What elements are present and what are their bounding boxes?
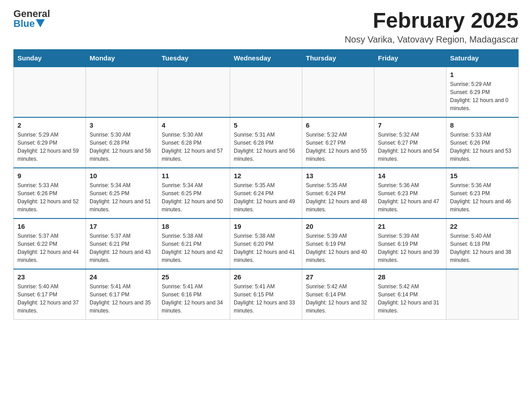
day-info-line: Sunrise: 5:41 AM bbox=[234, 283, 298, 291]
calendar-cell: 11Sunrise: 5:34 AMSunset: 6:25 PMDayligh… bbox=[158, 168, 230, 218]
day-info-line: Daylight: 12 hours and 58 minutes. bbox=[90, 147, 154, 163]
col-wednesday: Wednesday bbox=[230, 49, 302, 67]
day-info-line: Daylight: 12 hours and 57 minutes. bbox=[162, 147, 226, 163]
day-info-line: Sunrise: 5:33 AM bbox=[17, 181, 82, 189]
day-info-line: Sunrise: 5:38 AM bbox=[234, 232, 298, 240]
calendar-cell: 14Sunrise: 5:36 AMSunset: 6:23 PMDayligh… bbox=[374, 168, 446, 218]
calendar-cell bbox=[374, 67, 446, 117]
calendar-cell: 27Sunrise: 5:42 AMSunset: 6:14 PMDayligh… bbox=[302, 269, 374, 320]
logo-blue-text: Blue bbox=[13, 19, 35, 29]
day-number: 24 bbox=[90, 273, 154, 281]
day-number: 28 bbox=[378, 273, 442, 281]
day-info-line: Sunset: 6:27 PM bbox=[378, 139, 442, 147]
calendar-cell bbox=[230, 67, 302, 117]
day-info-line: Sunset: 6:26 PM bbox=[17, 189, 82, 197]
calendar-cell bbox=[446, 269, 519, 320]
col-tuesday: Tuesday bbox=[158, 49, 230, 67]
calendar-cell: 21Sunrise: 5:39 AMSunset: 6:19 PMDayligh… bbox=[374, 218, 446, 269]
day-info-line: Sunset: 6:22 PM bbox=[17, 240, 82, 248]
day-info-line: Daylight: 12 hours and 37 minutes. bbox=[17, 299, 82, 315]
logo: General Blue bbox=[13, 9, 50, 29]
header-row: Sunday Monday Tuesday Wednesday Thursday… bbox=[14, 49, 519, 67]
day-number: 18 bbox=[162, 223, 226, 230]
day-number: 5 bbox=[234, 121, 298, 129]
calendar-week-row: 16Sunrise: 5:37 AMSunset: 6:22 PMDayligh… bbox=[14, 218, 519, 269]
day-info-line: Sunrise: 5:34 AM bbox=[162, 181, 226, 189]
day-info-line: Daylight: 12 hours and 35 minutes. bbox=[90, 299, 154, 315]
day-info-line: Daylight: 12 hours and 34 minutes. bbox=[162, 299, 226, 315]
day-info-line: Sunrise: 5:29 AM bbox=[450, 80, 515, 88]
calendar-cell: 20Sunrise: 5:39 AMSunset: 6:19 PMDayligh… bbox=[302, 218, 374, 269]
col-monday: Monday bbox=[86, 49, 158, 67]
day-number: 21 bbox=[378, 223, 442, 230]
day-info-line: Daylight: 12 hours and 43 minutes. bbox=[90, 248, 154, 264]
day-info-line: Sunrise: 5:30 AM bbox=[90, 131, 154, 139]
day-number: 4 bbox=[162, 121, 226, 129]
day-info-line: Daylight: 12 hours and 51 minutes. bbox=[90, 197, 154, 214]
day-info-line: Daylight: 12 hours and 41 minutes. bbox=[234, 248, 298, 264]
calendar-cell: 7Sunrise: 5:32 AMSunset: 6:27 PMDaylight… bbox=[374, 117, 446, 168]
day-number: 6 bbox=[306, 121, 370, 129]
day-info-line: Sunrise: 5:29 AM bbox=[17, 131, 82, 139]
calendar-cell: 15Sunrise: 5:36 AMSunset: 6:23 PMDayligh… bbox=[446, 168, 519, 218]
day-number: 22 bbox=[450, 223, 515, 230]
day-number: 3 bbox=[90, 121, 154, 129]
calendar-cell: 1Sunrise: 5:29 AMSunset: 6:29 PMDaylight… bbox=[446, 67, 519, 117]
day-info-line: Sunset: 6:17 PM bbox=[17, 291, 82, 299]
day-info-line: Sunrise: 5:42 AM bbox=[378, 283, 442, 291]
day-number: 26 bbox=[234, 273, 298, 281]
day-info-line: Sunset: 6:23 PM bbox=[378, 189, 442, 197]
calendar-cell: 5Sunrise: 5:31 AMSunset: 6:28 PMDaylight… bbox=[230, 117, 302, 168]
calendar-cell: 18Sunrise: 5:38 AMSunset: 6:21 PMDayligh… bbox=[158, 218, 230, 269]
day-info-line: Daylight: 12 hours and 47 minutes. bbox=[378, 197, 442, 214]
col-sunday: Sunday bbox=[14, 49, 86, 67]
day-number: 14 bbox=[378, 172, 442, 180]
day-info-line: Sunrise: 5:36 AM bbox=[378, 181, 442, 189]
day-info-line: Sunset: 6:18 PM bbox=[450, 240, 515, 248]
day-info-line: Sunset: 6:23 PM bbox=[450, 189, 515, 197]
page-header: General Blue February 2025 Nosy Varika, … bbox=[13, 9, 519, 45]
day-info-line: Daylight: 12 hours and 52 minutes. bbox=[17, 197, 82, 214]
day-info-line: Daylight: 12 hours and 40 minutes. bbox=[306, 248, 370, 264]
day-info-line: Sunset: 6:25 PM bbox=[162, 189, 226, 197]
day-number: 7 bbox=[378, 121, 442, 129]
calendar-cell: 23Sunrise: 5:40 AMSunset: 6:17 PMDayligh… bbox=[14, 269, 86, 320]
day-info-line: Sunrise: 5:40 AM bbox=[17, 283, 82, 291]
calendar-cell: 16Sunrise: 5:37 AMSunset: 6:22 PMDayligh… bbox=[14, 218, 86, 269]
day-info-line: Daylight: 12 hours and 54 minutes. bbox=[378, 147, 442, 163]
day-info-line: Sunset: 6:14 PM bbox=[378, 291, 442, 299]
day-number: 19 bbox=[234, 223, 298, 230]
day-info-line: Daylight: 12 hours and 31 minutes. bbox=[378, 299, 442, 315]
calendar-cell: 22Sunrise: 5:40 AMSunset: 6:18 PMDayligh… bbox=[446, 218, 519, 269]
day-info-line: Daylight: 12 hours and 53 minutes. bbox=[450, 147, 515, 163]
day-info-line: Sunset: 6:25 PM bbox=[90, 189, 154, 197]
day-info-line: Sunrise: 5:33 AM bbox=[450, 131, 515, 139]
day-info-line: Sunrise: 5:30 AM bbox=[162, 131, 226, 139]
day-info-line: Daylight: 12 hours and 50 minutes. bbox=[162, 197, 226, 214]
day-info-line: Sunrise: 5:40 AM bbox=[450, 232, 515, 240]
title-section: February 2025 Nosy Varika, Vatovavy Regi… bbox=[345, 9, 519, 45]
calendar-cell: 3Sunrise: 5:30 AMSunset: 6:28 PMDaylight… bbox=[86, 117, 158, 168]
day-info-line: Daylight: 12 hours and 44 minutes. bbox=[17, 248, 82, 264]
day-info-line: Daylight: 12 hours and 49 minutes. bbox=[234, 197, 298, 214]
day-info-line: Sunrise: 5:37 AM bbox=[17, 232, 82, 240]
calendar-cell: 19Sunrise: 5:38 AMSunset: 6:20 PMDayligh… bbox=[230, 218, 302, 269]
calendar-cell bbox=[14, 67, 86, 117]
day-info-line: Daylight: 12 hours and 32 minutes. bbox=[306, 299, 370, 315]
day-info-line: Sunrise: 5:35 AM bbox=[306, 181, 370, 189]
day-info-line: Sunrise: 5:39 AM bbox=[378, 232, 442, 240]
col-saturday: Saturday bbox=[446, 49, 519, 67]
calendar-cell: 2Sunrise: 5:29 AMSunset: 6:29 PMDaylight… bbox=[14, 117, 86, 168]
day-info-line: Sunset: 6:28 PM bbox=[90, 139, 154, 147]
calendar-cell: 25Sunrise: 5:41 AMSunset: 6:16 PMDayligh… bbox=[158, 269, 230, 320]
day-info-line: Daylight: 12 hours and 56 minutes. bbox=[234, 147, 298, 163]
day-info-line: Sunrise: 5:42 AM bbox=[306, 283, 370, 291]
day-info-line: Sunrise: 5:39 AM bbox=[306, 232, 370, 240]
day-info-line: Sunset: 6:28 PM bbox=[162, 139, 226, 147]
day-info-line: Sunset: 6:29 PM bbox=[17, 139, 82, 147]
day-number: 10 bbox=[90, 172, 154, 180]
calendar-cell: 17Sunrise: 5:37 AMSunset: 6:21 PMDayligh… bbox=[86, 218, 158, 269]
day-info-line: Daylight: 12 hours and 39 minutes. bbox=[378, 248, 442, 264]
calendar-cell bbox=[158, 67, 230, 117]
calendar-cell bbox=[86, 67, 158, 117]
